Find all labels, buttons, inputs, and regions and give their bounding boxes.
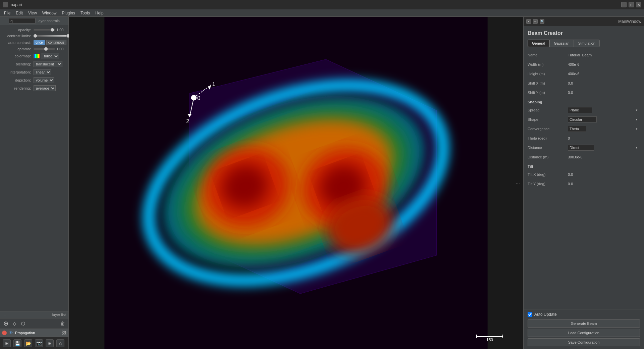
once-button[interactable]: once bbox=[34, 40, 45, 45]
tilt-x-label: Tilt X (deg) bbox=[528, 172, 568, 177]
convergence-label: Convergence bbox=[528, 127, 568, 131]
menu-view[interactable]: View bbox=[25, 10, 40, 16]
auto-update-row: Auto Update bbox=[528, 312, 640, 317]
name-label: Name bbox=[528, 53, 568, 57]
width-label: Width (m) bbox=[528, 62, 568, 66]
layer-tool-points[interactable]: ⬡ bbox=[19, 320, 27, 327]
visualization-svg: 0 1 2 bbox=[69, 17, 523, 349]
menu-edit[interactable]: Edit bbox=[13, 10, 25, 16]
console-button[interactable]: ⊞ bbox=[3, 339, 11, 347]
tab-general[interactable]: General bbox=[528, 40, 549, 47]
colormap-selector: turbo bbox=[34, 53, 59, 59]
menu-bar: File Edit View Window Plugins Tools Help bbox=[0, 9, 644, 17]
colormap-preview bbox=[34, 54, 40, 58]
shape-select[interactable]: Circular Rectangular Elliptical bbox=[568, 116, 597, 122]
auto-update-label: Auto Update bbox=[534, 312, 557, 317]
menu-file[interactable]: File bbox=[1, 10, 13, 16]
menu-plugins[interactable]: Plugins bbox=[59, 10, 78, 16]
scale-line bbox=[476, 336, 503, 337]
contrast-slider[interactable] bbox=[34, 35, 66, 37]
theta-deg-label: Theta (deg) bbox=[528, 136, 568, 140]
left-panel: layer controls opacity: 1.00 contrast li… bbox=[0, 17, 69, 349]
distance-select[interactable]: Direct Calculated bbox=[568, 145, 594, 151]
height-label: Height (m) bbox=[528, 72, 568, 76]
shaping-fields: Spread Plane Gaussian Uniform Shape Circ… bbox=[528, 106, 640, 161]
shift-y-value: 0.0 bbox=[568, 91, 640, 95]
layer-color bbox=[2, 331, 7, 335]
layer-name[interactable]: Propagation bbox=[15, 331, 60, 335]
shift-x-value: 0.0 bbox=[568, 81, 640, 85]
depiction-row: depiction: volume bbox=[2, 77, 66, 83]
rendering-label: rendering: bbox=[2, 86, 32, 90]
blending-select[interactable]: translucent_ bbox=[34, 61, 62, 67]
load-configuration-button[interactable]: Load Configuration bbox=[528, 329, 640, 337]
three-dots-horizontal[interactable]: ··· bbox=[3, 313, 6, 317]
distance-select-wrapper: Direct Calculated bbox=[568, 145, 640, 151]
title-bar: napari ─ □ ✕ bbox=[0, 0, 644, 9]
layer-item: 👁 Propagation 🖼 bbox=[0, 329, 68, 337]
shape-select-wrapper: Circular Rectangular Elliptical bbox=[568, 116, 640, 122]
distance-m-label: Distance (m) bbox=[528, 155, 568, 159]
right-panel-title: MainWindow bbox=[546, 19, 641, 24]
spread-select[interactable]: Plane Gaussian Uniform bbox=[568, 107, 592, 113]
layer-visibility-toggle[interactable]: 👁 bbox=[9, 330, 13, 335]
colormap-label: colormap: bbox=[2, 54, 32, 58]
layer-controls: opacity: 1.00 contrast limits: auto-cont… bbox=[0, 25, 68, 311]
convergence-select[interactable]: Theta Direct None bbox=[568, 126, 586, 132]
shaping-header: Shaping bbox=[528, 100, 640, 105]
panel-resize-handle[interactable]: ⋮ bbox=[515, 181, 521, 185]
auto-update-checkbox[interactable] bbox=[528, 312, 532, 317]
layer-controls-header: layer controls bbox=[0, 17, 68, 25]
height-row: Height (m) 400e-6 bbox=[528, 70, 640, 78]
generate-beam-button[interactable]: Generate Beam bbox=[528, 319, 640, 328]
canvas-area[interactable]: 0 1 2 150 ⋮ bbox=[69, 17, 523, 349]
opacity-slider[interactable] bbox=[34, 29, 55, 31]
width-value: 400e-6 bbox=[568, 62, 640, 66]
colormap-select[interactable]: turbo bbox=[42, 53, 59, 59]
gamma-row: gamma: 1.00 bbox=[2, 47, 66, 51]
right-panel: ✕ ─ 🔍 MainWindow Beam Creator General Ga… bbox=[523, 17, 644, 349]
continuous-button[interactable]: continuous bbox=[46, 40, 66, 45]
delete-layer-button[interactable]: 🗑 bbox=[59, 320, 66, 327]
save-button-bottom[interactable]: 💾 bbox=[13, 339, 21, 347]
scale-label: 150 bbox=[486, 338, 493, 342]
menu-tools[interactable]: Tools bbox=[78, 10, 93, 16]
layer-tool-shapes[interactable]: ◇ bbox=[11, 320, 18, 327]
home-button[interactable]: ⌂ bbox=[56, 339, 64, 347]
right-min-button[interactable]: ─ bbox=[533, 19, 538, 24]
contrast-label: contrast limits: bbox=[2, 34, 32, 38]
depiction-label: depiction: bbox=[2, 78, 32, 82]
right-close-button[interactable]: ✕ bbox=[526, 19, 531, 24]
tab-gaussian[interactable]: Gaussian bbox=[549, 40, 574, 47]
screenshot-button[interactable]: 📷 bbox=[35, 339, 43, 347]
svg-text:0: 0 bbox=[197, 95, 200, 101]
maximize-button[interactable]: □ bbox=[629, 2, 634, 7]
convergence-row: Convergence Theta Direct None bbox=[528, 125, 640, 133]
menu-window[interactable]: Window bbox=[40, 10, 59, 16]
colormap-row: colormap: turbo bbox=[2, 53, 66, 59]
shape-row: Shape Circular Rectangular Elliptical bbox=[528, 115, 640, 123]
canvas-content: 0 1 2 150 ⋮ bbox=[69, 17, 523, 349]
layer-controls-label: layer controls bbox=[38, 19, 59, 23]
gamma-slider[interactable] bbox=[34, 48, 55, 50]
add-layer-button[interactable]: ⊕ bbox=[2, 320, 9, 327]
rendering-select[interactable]: average bbox=[34, 85, 56, 91]
grid-button[interactable]: ⊞ bbox=[46, 339, 54, 347]
opacity-label: opacity: bbox=[2, 28, 32, 32]
blending-label: blending: bbox=[2, 62, 32, 66]
minimize-button[interactable]: ─ bbox=[621, 2, 627, 7]
close-button[interactable]: ✕ bbox=[636, 2, 641, 7]
interpolation-select[interactable]: linear bbox=[34, 69, 51, 75]
distance-m-row: Distance (m) 300.0e-6 bbox=[528, 153, 640, 161]
menu-help[interactable]: Help bbox=[93, 10, 106, 16]
tab-simulation[interactable]: Simulation bbox=[574, 40, 600, 47]
auto-contrast-label: auto-contrast: bbox=[2, 41, 32, 45]
auto-contrast-row: auto-contrast: once continuous bbox=[2, 40, 66, 45]
save-configuration-button[interactable]: Save Configuration bbox=[528, 338, 640, 346]
load-button-bottom[interactable]: 📂 bbox=[24, 339, 32, 347]
right-search-button[interactable]: 🔍 bbox=[540, 19, 544, 24]
contrast-row: contrast limits: bbox=[2, 34, 66, 38]
search-input[interactable] bbox=[9, 18, 36, 23]
depiction-select[interactable]: volume bbox=[34, 77, 54, 83]
opacity-value: 1.00 bbox=[56, 28, 66, 32]
